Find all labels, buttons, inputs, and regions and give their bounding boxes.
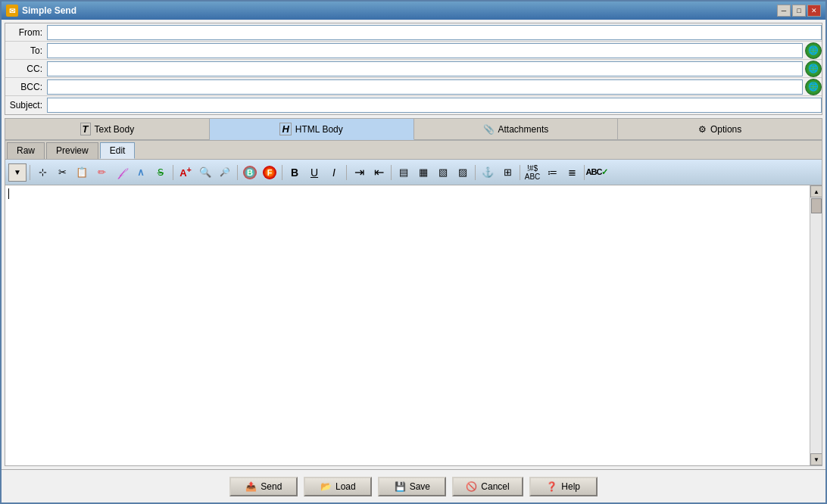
scroll-down-button[interactable]: ▼: [810, 453, 822, 465]
underline-button[interactable]: U: [305, 163, 323, 182]
cc-input[interactable]: [47, 61, 803, 76]
close-button[interactable]: ✕: [807, 5, 821, 17]
anchor-button[interactable]: ⚓: [479, 163, 497, 182]
bg-color-button[interactable]: B: [241, 163, 259, 182]
from-input[interactable]: [47, 25, 822, 40]
options-label: Options: [710, 124, 741, 135]
maximize-button[interactable]: □: [792, 5, 806, 17]
font-color-button[interactable]: F: [261, 163, 279, 182]
subject-input[interactable]: [47, 98, 822, 113]
italic-icon: I: [332, 166, 335, 179]
sep5: [346, 165, 347, 180]
strikethrough-icon: S̶: [158, 166, 164, 178]
sep3: [237, 165, 238, 180]
tab-attachments[interactable]: 📎 Attachments: [414, 119, 619, 140]
load-button[interactable]: 📂 Load: [304, 477, 372, 496]
sub-tabs: Raw Preview Edit: [5, 141, 822, 160]
html-body-label: HTML Body: [295, 124, 343, 135]
to-input[interactable]: [47, 43, 803, 58]
main-window: ✉ Simple Send ─ □ ✕ From: To: 🌐 C: [0, 0, 827, 504]
select-tool-button[interactable]: ⊹: [33, 163, 51, 182]
scroll-up-button[interactable]: ▲: [810, 185, 822, 198]
cancel-icon: 🚫: [466, 481, 477, 492]
align-center-icon: ▦: [419, 166, 428, 178]
zoom-out-icon: 🔎: [220, 167, 230, 177]
help-button[interactable]: ❓ Help: [529, 477, 598, 496]
from-label: From:: [5, 27, 47, 38]
strikethrough-button[interactable]: S̶: [151, 163, 170, 182]
align-right-button[interactable]: ▧: [434, 163, 452, 182]
content-area: From: To: 🌐 CC: 🌐 BCC:: [2, 20, 825, 469]
eraser-button[interactable]: ✏: [92, 163, 111, 182]
text-body-label: Text Body: [95, 124, 135, 135]
attachments-label: Attachments: [498, 124, 549, 135]
edit-body[interactable]: [5, 185, 810, 465]
format-button[interactable]: ∧: [132, 163, 150, 182]
spellcheck-icon: ABC✓: [586, 167, 608, 177]
cc-label: CC:: [5, 64, 47, 74]
align-justify-button[interactable]: ▨: [454, 163, 472, 182]
table-button[interactable]: ⊞: [498, 163, 516, 182]
load-label: Load: [335, 481, 356, 492]
to-row: To: 🌐: [5, 42, 822, 60]
to-globe-button[interactable]: 🌐: [805, 42, 822, 59]
bcc-input[interactable]: [47, 79, 803, 95]
font-size-increase-button[interactable]: A+: [176, 163, 195, 182]
sub-tab-raw[interactable]: Raw: [7, 142, 45, 159]
font-color-icon: F: [263, 166, 276, 179]
sep9: [584, 165, 585, 180]
help-label: Help: [561, 481, 580, 492]
bcc-globe-button[interactable]: 🌐: [805, 79, 822, 95]
special-chars-button[interactable]: !#$ABC: [523, 163, 541, 182]
zoom-in-button[interactable]: 🔍: [196, 163, 214, 182]
list-unordered-icon: ≣: [568, 166, 576, 178]
scroll-track: [810, 198, 822, 453]
cancel-button[interactable]: 🚫 Cancel: [452, 477, 523, 496]
cc-globe-button[interactable]: 🌐: [805, 61, 822, 77]
table-icon: ⊞: [504, 166, 512, 178]
copy-icon: 📋: [76, 166, 88, 178]
bottom-bar: 📤 Send 📂 Load 💾 Save 🚫 Cancel ❓ Help: [2, 469, 825, 502]
to-label: To:: [5, 45, 47, 56]
list-unordered-button[interactable]: ≣: [563, 163, 581, 182]
load-icon: 📂: [320, 481, 332, 492]
indent-more-button[interactable]: ⇥: [350, 163, 368, 182]
indent-less-button[interactable]: ⇤: [370, 163, 388, 182]
minimize-button[interactable]: ─: [777, 5, 791, 17]
toolbar-dropdown[interactable]: ▼: [8, 163, 27, 182]
eraser-icon: ✏: [98, 166, 106, 178]
from-row: From:: [5, 23, 822, 42]
scroll-thumb[interactable]: [811, 198, 822, 213]
zoom-out-button[interactable]: 🔎: [216, 163, 234, 182]
list-ordered-button[interactable]: ≔: [543, 163, 561, 182]
cut-button[interactable]: ✂: [53, 163, 71, 182]
spellcheck-button[interactable]: ABC✓: [588, 163, 606, 182]
special-chars-icon: !#$ABC: [525, 164, 541, 181]
html-body-icon: H: [279, 123, 291, 135]
title-bar-buttons: ─ □ ✕: [777, 5, 821, 17]
sub-tab-preview[interactable]: Preview: [46, 142, 98, 159]
align-left-button[interactable]: ▤: [395, 163, 413, 182]
save-icon: 💾: [395, 481, 406, 492]
bold-button[interactable]: B: [286, 163, 304, 182]
sep6: [391, 165, 392, 180]
sub-tab-edit[interactable]: Edit: [100, 142, 136, 159]
title-bar: ✉ Simple Send ─ □ ✕: [2, 2, 825, 20]
window-title: Simple Send: [22, 5, 76, 16]
copy-button[interactable]: 📋: [73, 163, 91, 182]
align-center-button[interactable]: ▦: [414, 163, 432, 182]
send-button[interactable]: 📤 Send: [229, 477, 298, 496]
font-style-button[interactable]: 𝒻: [112, 163, 130, 182]
subject-label: Subject:: [5, 100, 47, 110]
align-justify-icon: ▨: [458, 166, 467, 178]
indent-less-icon: ⇤: [374, 165, 384, 179]
save-button[interactable]: 💾 Save: [378, 477, 446, 496]
italic-button[interactable]: I: [325, 163, 343, 182]
editor-scroll-area: ▲ ▼: [5, 185, 822, 465]
tab-text-body[interactable]: T Text Body: [5, 119, 210, 140]
cancel-label: Cancel: [481, 481, 509, 492]
tab-html-body[interactable]: H HTML Body: [210, 119, 414, 140]
align-left-icon: ▤: [399, 166, 408, 178]
vertical-scrollbar[interactable]: ▲ ▼: [810, 185, 822, 465]
tab-options[interactable]: ⚙ Options: [618, 119, 822, 140]
